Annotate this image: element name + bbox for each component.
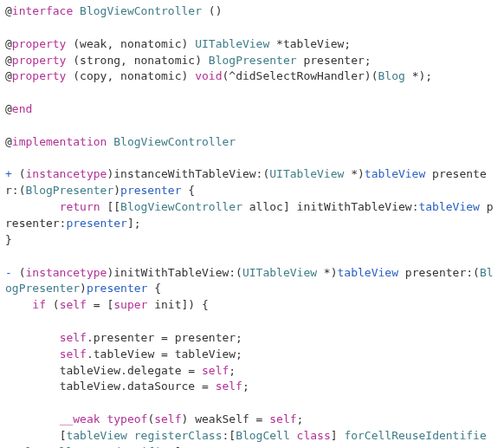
line: @property (copy, nonatomic) void(^didSel… [5, 69, 432, 82]
line: @interface BlogViewController () [5, 4, 222, 17]
line: } [5, 233, 12, 246]
line: self.presenter = presenter; [5, 331, 242, 344]
code-block: @interface BlogViewController () @proper… [5, 3, 499, 448]
line: tableView.dataSource = self; [5, 380, 249, 393]
line: @end [5, 102, 32, 115]
line: __weak typeof(self) weakSelf = self; [5, 412, 303, 425]
line: self.tableView = tableView; [5, 347, 242, 360]
line: if (self = [super init]) { [5, 298, 209, 311]
line: [tableView registerClass:[BlogCell class… [5, 429, 487, 448]
line: tableView.delegate = self; [5, 364, 236, 377]
line: return [[BlogViewController alloc] initW… [5, 200, 494, 230]
line: - (instancetype)initWithTableView:(UITab… [5, 266, 494, 295]
line: @property (weak, nonatomic) UITableView … [5, 37, 351, 50]
line: @implementation BlogViewController [5, 135, 236, 148]
line: + (instancetype)instanceWithTableView:(U… [5, 167, 487, 197]
line: @property (strong, nonatomic) BlogPresen… [5, 54, 372, 67]
